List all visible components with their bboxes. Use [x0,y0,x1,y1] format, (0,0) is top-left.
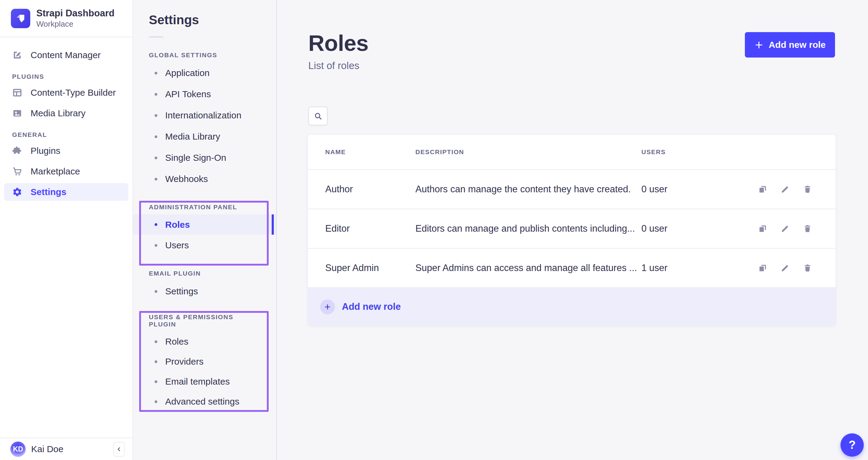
edit-icon [781,185,789,194]
page-title: Roles [308,30,369,56]
row-actions [758,185,812,194]
subnav-item-label: API Tokens [165,89,211,99]
sidebar-item-media-library[interactable]: Media Library [4,105,128,122]
subnav-item-users[interactable]: Users [133,235,276,256]
bullet-icon [155,72,157,75]
brand-subtitle: Workplace [36,19,114,29]
table-row[interactable]: Super Admin Super Admins can access and … [308,248,836,287]
table-row[interactable]: Editor Editors can manage and publish co… [308,209,836,248]
subnav-item-roles[interactable]: Roles [133,214,276,235]
subnav-item-label: Advanced settings [165,396,239,407]
bullet-icon [155,361,157,363]
subnav-item-email-settings[interactable]: Settings [133,281,276,302]
help-button[interactable]: ? [840,433,864,457]
sidebar-item-marketplace[interactable]: Marketplace [4,163,128,180]
role-name: Author [325,184,415,195]
sidebar-item-label: Plugins [31,146,60,156]
duplicate-button[interactable] [758,263,767,272]
settings-subnav-title: Settings [133,0,276,27]
delete-button[interactable] [803,263,812,272]
delete-icon [803,263,812,272]
bullet-icon [155,290,157,293]
chevron-left-icon [116,447,122,452]
subnav-section-label: USERS & PERMISSIONS PLUGIN [149,313,260,328]
subnav-item-up-roles[interactable]: Roles [133,332,276,352]
sidebar-item-label: Content-Type Builder [31,88,116,98]
sidebar-item-settings[interactable]: Settings [4,183,128,201]
subnav-item-label: Single Sign-On [165,153,226,163]
bullet-icon [155,114,157,117]
user-area: KD Kai Doe [0,438,132,460]
subnav-item-label: Webhooks [165,174,208,184]
user-name: Kai Doe [31,444,64,454]
subnav-item-label: Providers [165,356,204,367]
sidebar-item-label: Content Manager [31,50,101,60]
add-new-role-footer-label: Add new role [342,301,401,312]
subnav-item-email-templates[interactable]: Email templates [133,372,276,392]
delete-button[interactable] [803,185,812,194]
subnav-item-webhooks[interactable]: Webhooks [133,168,276,190]
column-header-users: USERS [641,148,758,156]
delete-icon [803,185,812,194]
bullet-icon [155,135,157,138]
sidebar-item-content-type-builder[interactable]: Content-Type Builder [4,84,128,102]
edit-icon [781,263,789,272]
add-new-role-label: Add new role [769,40,826,50]
sidebar-item-label: Media Library [31,108,86,118]
subnav-item-providers[interactable]: Providers [133,352,276,372]
subnav-item-application[interactable]: Application [133,62,276,84]
settings-gear-icon [12,187,22,197]
settings-subnav: Settings GLOBAL SETTINGS Application API… [133,0,277,460]
duplicate-icon [758,185,767,194]
subnav-item-label: Email templates [165,376,229,387]
subnav-item-api-tokens[interactable]: API Tokens [133,84,276,105]
bullet-icon [155,223,157,226]
bullet-icon [155,178,157,180]
bullet-icon [155,380,157,383]
subnav-item-single-sign-on[interactable]: Single Sign-On [133,147,276,168]
subnav-item-label: Media Library [165,132,220,142]
delete-button[interactable] [803,224,812,233]
bullet-icon [155,93,157,96]
sidebar-item-content-manager[interactable]: Content Manager [4,46,128,64]
subnav-section-email-plugin: EMAIL PLUGIN Settings [133,270,276,302]
role-description: Authors can manage the content they have… [415,184,641,195]
subnav-section-users-permissions-plugin: USERS & PERMISSIONS PLUGIN Roles Provide… [133,313,276,411]
brand: Strapi Dashboard Workplace [0,0,132,37]
duplicate-button[interactable] [758,185,767,194]
avatar[interactable]: KD [10,441,26,457]
sidebar-item-plugins[interactable]: Plugins [4,142,128,160]
search-icon [314,112,322,120]
edit-button[interactable] [781,263,789,272]
edit-button[interactable] [781,185,789,194]
role-description: Super Admins can access and manage all f… [415,263,641,274]
content-manager-icon [12,50,22,60]
subnav-item-internationalization[interactable]: Internationalization [133,105,276,126]
table-row[interactable]: Author Authors can manage the content th… [308,169,836,209]
subnav-section-label: EMAIL PLUGIN [149,270,260,277]
edit-button[interactable] [781,224,789,233]
duplicate-button[interactable] [758,224,767,233]
sidebar-item-label: Settings [31,187,66,197]
subnav-item-label: Roles [165,220,190,230]
subnav-item-label: Users [165,240,189,251]
subnav-item-media-library[interactable]: Media Library [133,126,276,147]
divider [149,36,163,37]
subnav-item-advanced-settings[interactable]: Advanced settings [133,392,276,411]
content-type-builder-icon [12,88,22,98]
subnav-section-administration-panel: ADMINISTRATION PANEL Roles Users [133,203,276,256]
sidebar-nav: Content Manager PLUGINS Content-Type Bui… [0,37,132,201]
bullet-icon [155,244,157,247]
add-new-role-button[interactable]: Add new role [745,32,835,58]
add-new-role-footer-button[interactable]: Add new role [308,287,836,325]
search-button[interactable] [308,107,328,125]
role-name: Super Admin [325,263,415,274]
role-description: Editors can manage and publish contents … [415,223,641,234]
sidebar-section-general: GENERAL [12,131,132,138]
duplicate-icon [758,224,767,233]
plus-circle-icon [320,299,335,314]
marketplace-icon [12,166,22,177]
collapse-sidebar-button[interactable] [113,442,125,457]
bullet-icon [155,400,157,403]
role-users-count: 0 user [641,223,758,234]
